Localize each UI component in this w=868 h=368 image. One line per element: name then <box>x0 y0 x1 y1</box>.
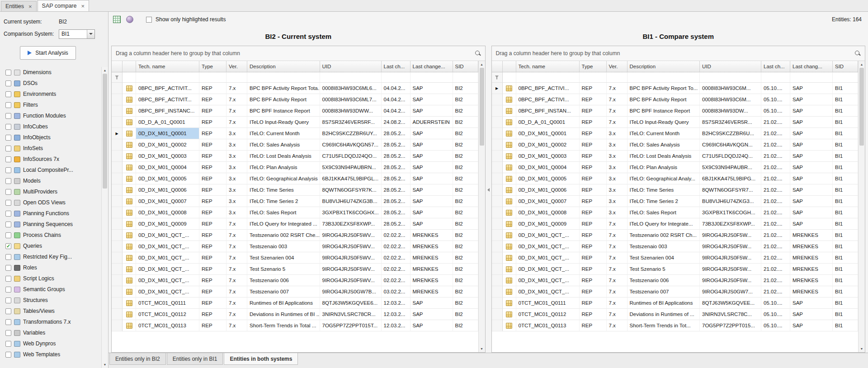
cell[interactable]: REP <box>199 286 226 297</box>
cell[interactable]: 7.x <box>607 275 627 286</box>
cell[interactable]: B2HC9SKCZZBR6U... <box>700 128 761 139</box>
function-modules-checkbox[interactable] <box>5 113 11 119</box>
table-row[interactable]: 0D_DX_M01_QCT_...REP7.xTestszenario 0069… <box>112 275 478 286</box>
cell[interactable]: 28.05.2... <box>382 162 410 173</box>
cell[interactable]: SAP <box>410 196 453 207</box>
cell[interactable]: SAP <box>410 297 453 309</box>
cell[interactable]: MRENKES <box>410 275 453 286</box>
cell[interactable]: 3.x <box>226 162 247 173</box>
cell[interactable]: REP <box>580 207 607 218</box>
cell[interactable]: 7OG5PP7Z2PPT015... <box>700 320 761 331</box>
cell[interactable]: ITeLO: Current Month <box>627 128 700 139</box>
cell[interactable]: REP <box>199 105 226 117</box>
cell[interactable]: 0TCT_MC01_Q0111 <box>136 297 199 309</box>
cell[interactable]: SAP <box>790 218 833 230</box>
table-row[interactable]: 0BPC_BPF_INSTAN...REP7.xBPC BPF Instance… <box>492 105 859 117</box>
cell[interactable]: MRENKES <box>410 252 453 264</box>
cell[interactable]: Testszenaio 003 <box>627 241 700 252</box>
cell[interactable]: 21.02.... <box>761 139 790 151</box>
cell[interactable]: Short-Term Trends in Total ... <box>247 320 320 331</box>
cell[interactable]: 21.02.... <box>761 162 790 173</box>
cell[interactable]: 7.x <box>226 286 247 297</box>
filter-cell[interactable] <box>382 72 410 82</box>
cell[interactable]: REP <box>199 218 226 230</box>
cell[interactable]: MRENKES <box>790 286 833 297</box>
cell[interactable]: SAP <box>790 173 833 184</box>
cell[interactable]: 3.x <box>607 128 627 139</box>
cell[interactable]: 0D_DX_M01_QCT_... <box>136 252 199 264</box>
cell[interactable]: Runtimes of BI Applications <box>247 297 320 309</box>
filter-cell[interactable] <box>833 72 858 82</box>
cell[interactable]: Testszenario 007 <box>627 286 700 297</box>
cell[interactable]: 21.02.... <box>761 184 790 196</box>
column-header[interactable]: Description <box>627 61 700 72</box>
table-row[interactable]: 0TCT_MC01_Q0113REP7.xShort-Term Trends i… <box>112 320 478 331</box>
cell[interactable]: 0D_DX_M01_Q0004 <box>136 162 199 173</box>
column-header[interactable]: Last ch... <box>382 61 410 72</box>
local-compositepr-checkbox[interactable] <box>5 167 11 173</box>
cell[interactable]: BI2 <box>453 241 478 252</box>
cell[interactable]: ITeLO: Lost Deals Analysis <box>627 151 700 162</box>
cell[interactable]: 0D_DX_M01_Q0007 <box>516 196 580 207</box>
table-row[interactable]: 0D_DX_M01_QCT_...REP7.xTestszenario 0069… <box>492 275 859 286</box>
cell[interactable]: ITeLO: Time Series 2 <box>247 196 320 207</box>
cell[interactable]: 0D_DX_M01_Q0006 <box>136 184 199 196</box>
cell[interactable]: 0D_DX_M01_Q0005 <box>516 173 580 184</box>
cell[interactable]: 7.x <box>226 218 247 230</box>
cell[interactable]: BI2 <box>453 128 478 139</box>
cell[interactable]: REP <box>580 184 607 196</box>
cell[interactable]: BPC BPF Activity Report To... <box>627 83 700 94</box>
cell[interactable]: REP <box>580 320 607 331</box>
cell[interactable]: 12.03.2... <box>382 320 410 331</box>
cell[interactable]: 8QTJ63W5KGQVEE... <box>700 297 761 309</box>
tab-sap-compare[interactable]: SAP compare × <box>38 0 90 11</box>
planning-functions-checkbox[interactable] <box>5 211 11 217</box>
sidebar-item-multiproviders[interactable]: MultiProviders <box>5 186 101 197</box>
cell[interactable]: 3.x <box>226 196 247 207</box>
cell[interactable]: BI1 <box>833 275 858 286</box>
cell[interactable]: 7.x <box>226 230 247 241</box>
cell[interactable]: ITeLO: Plan Analysis <box>247 162 320 173</box>
column-header[interactable]: Ver. <box>607 61 627 72</box>
cell[interactable]: 3.x <box>226 184 247 196</box>
cell[interactable]: REP <box>580 173 607 184</box>
column-header[interactable]: UID <box>320 61 382 72</box>
cell[interactable]: 3.x <box>226 207 247 218</box>
table-row[interactable]: 0D_DX_M01_Q0003REP3.xITeLO: Lost Deals A… <box>112 151 478 162</box>
cell[interactable]: REP <box>580 151 607 162</box>
cell[interactable]: SAP <box>410 309 453 320</box>
cell[interactable]: SAP <box>790 320 833 331</box>
cell[interactable]: 73B3J0EZXSF8XWP... <box>700 218 761 230</box>
sidebar-item-script-logics[interactable]: Script Logics <box>5 273 101 284</box>
cell[interactable]: SAP <box>790 139 833 151</box>
open-ods-views-checkbox[interactable] <box>5 200 11 206</box>
cell[interactable]: MRENKES <box>790 241 833 252</box>
cell[interactable]: 0D_DX_M01_Q0009 <box>136 218 199 230</box>
show-only-highlighted-checkbox[interactable] <box>146 17 152 23</box>
sidebar-item-semantic-groups[interactable]: Semantic Groups <box>5 284 101 295</box>
cell[interactable]: 0D_DX_M01_Q0001 <box>136 128 199 139</box>
cell[interactable]: 0D_DX_M01_Q0008 <box>516 207 580 218</box>
cell[interactable]: ITeLO Query for Integrated ... <box>247 218 320 230</box>
cell[interactable]: 3.x <box>226 139 247 151</box>
column-header[interactable]: Last chang... <box>790 61 833 72</box>
filter-cell[interactable] <box>226 72 247 82</box>
cell[interactable]: 7.x <box>607 94 627 105</box>
cell[interactable]: 7.x <box>607 218 627 230</box>
cell[interactable]: SAP <box>790 128 833 139</box>
table-row[interactable]: 0D_DX_M01_Q0004REP3.xITeLO: Plan Analysi… <box>492 162 859 173</box>
cell[interactable]: 0BPC_BPF_INSTANC... <box>136 105 199 117</box>
cell[interactable]: REP <box>199 184 226 196</box>
scrollbar-thumb[interactable] <box>103 74 107 189</box>
cell[interactable]: 05.10.... <box>761 320 790 331</box>
cell[interactable]: 5X9C93N94PAUBRN... <box>320 162 382 173</box>
cell[interactable]: 7.x <box>607 241 627 252</box>
cell[interactable]: REP <box>199 320 226 331</box>
grid-scrollbar[interactable]: ▲ ▼ <box>858 61 865 352</box>
cell[interactable]: REP <box>199 94 226 105</box>
cell[interactable]: BI1 <box>833 184 858 196</box>
cell[interactable]: 04.04.2... <box>382 94 410 105</box>
cell[interactable]: C71U5FLDQDJ24QO... <box>320 151 382 162</box>
cell[interactable]: MRENKES <box>410 264 453 275</box>
cell[interactable]: 0D_DX_M01_Q0004 <box>516 162 580 173</box>
